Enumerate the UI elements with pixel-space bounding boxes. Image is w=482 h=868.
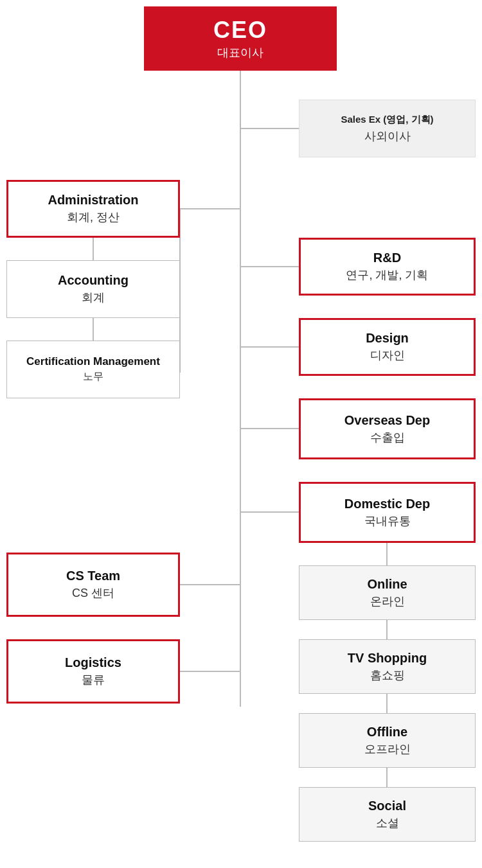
cs-subtitle: CS 센터 — [72, 585, 114, 601]
design-subtitle: 디자인 — [370, 348, 405, 363]
org-chart: CEO 대표이사 Sales Ex (영업, 기획) 사외이사 Administ… — [0, 0, 482, 26]
cert-subtitle: 노무 — [83, 370, 103, 384]
cert-management-box: Certification Management 노무 — [6, 341, 180, 398]
accounting-box: Accounting 회계 — [6, 260, 180, 318]
sales-ex-box: Sales Ex (영업, 기획) 사외이사 — [299, 100, 476, 157]
design-title: Design — [366, 331, 409, 346]
cert-title: Certification Management — [26, 355, 160, 368]
logistics-subtitle: 물류 — [82, 672, 105, 687]
rnd-subtitle: 연구, 개발, 기획 — [346, 267, 428, 283]
social-title: Social — [368, 799, 406, 813]
online-subtitle: 온라인 — [370, 594, 405, 609]
administration-box: Administration 회계, 정산 — [6, 180, 180, 238]
ceo-subtitle: 대표이사 — [217, 45, 263, 60]
overseas-box: Overseas Dep 수출입 — [299, 398, 476, 459]
accounting-subtitle: 회계 — [82, 290, 105, 305]
tv-title: TV Shopping — [348, 651, 427, 666]
tv-shopping-box: TV Shopping 홈쇼핑 — [299, 639, 476, 694]
logistics-box: Logistics 물류 — [6, 639, 180, 704]
cs-team-box: CS Team CS 센터 — [6, 553, 180, 617]
ceo-box: CEO 대표이사 — [144, 6, 337, 71]
domestic-box: Domestic Dep 국내유통 — [299, 482, 476, 543]
accounting-title: Accounting — [58, 273, 129, 288]
administration-title: Administration — [48, 193, 138, 208]
domestic-title: Domestic Dep — [344, 497, 430, 511]
overseas-title: Overseas Dep — [344, 413, 430, 428]
domestic-subtitle: 국내유통 — [364, 513, 411, 529]
overseas-subtitle: 수출입 — [370, 430, 405, 445]
design-box: Design 디자인 — [299, 318, 476, 376]
online-box: Online 온라인 — [299, 565, 476, 620]
logistics-title: Logistics — [65, 655, 121, 670]
offline-title: Offline — [367, 725, 407, 740]
cs-title: CS Team — [66, 569, 120, 583]
sales-ex-title: Sales Ex (영업, 기획) — [341, 114, 433, 126]
offline-subtitle: 오프라인 — [364, 741, 411, 757]
social-box: Social 소셜 — [299, 787, 476, 842]
rnd-title: R&D — [373, 251, 401, 265]
social-subtitle: 소셜 — [376, 815, 399, 831]
sales-ex-subtitle: 사외이사 — [364, 128, 411, 144]
online-title: Online — [367, 577, 407, 592]
rnd-box: R&D 연구, 개발, 기획 — [299, 238, 476, 296]
administration-subtitle: 회계, 정산 — [67, 209, 120, 225]
ceo-title: CEO — [213, 17, 267, 44]
offline-box: Offline 오프라인 — [299, 713, 476, 768]
tv-subtitle: 홈쇼핑 — [370, 668, 405, 683]
